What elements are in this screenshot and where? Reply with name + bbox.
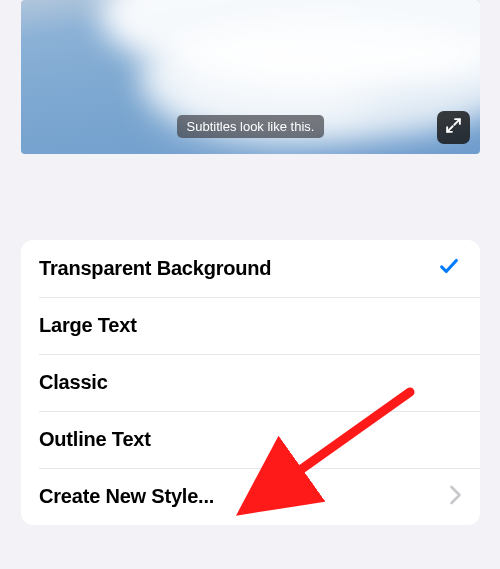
style-option-label: Large Text <box>39 314 462 337</box>
style-option-label: Transparent Background <box>39 257 436 280</box>
style-option-label: Outline Text <box>39 428 462 451</box>
style-option-large-text[interactable]: Large Text <box>21 297 480 354</box>
create-new-style-button[interactable]: Create New Style... <box>21 468 480 525</box>
subtitle-style-list: Transparent Background Large Text Classi… <box>21 240 480 525</box>
fullscreen-button[interactable] <box>437 111 470 144</box>
checkmark-icon <box>436 253 462 284</box>
style-option-classic[interactable]: Classic <box>21 354 480 411</box>
style-option-outline-text[interactable]: Outline Text <box>21 411 480 468</box>
style-option-label: Classic <box>39 371 462 394</box>
style-option-transparent-background[interactable]: Transparent Background <box>21 240 480 297</box>
subtitle-sample-text: Subtitles look like this. <box>177 115 325 138</box>
subtitle-preview: Subtitles look like this. <box>21 0 480 154</box>
expand-arrows-icon <box>444 116 463 139</box>
chevron-right-icon <box>449 485 462 509</box>
style-option-label: Create New Style... <box>39 485 449 508</box>
